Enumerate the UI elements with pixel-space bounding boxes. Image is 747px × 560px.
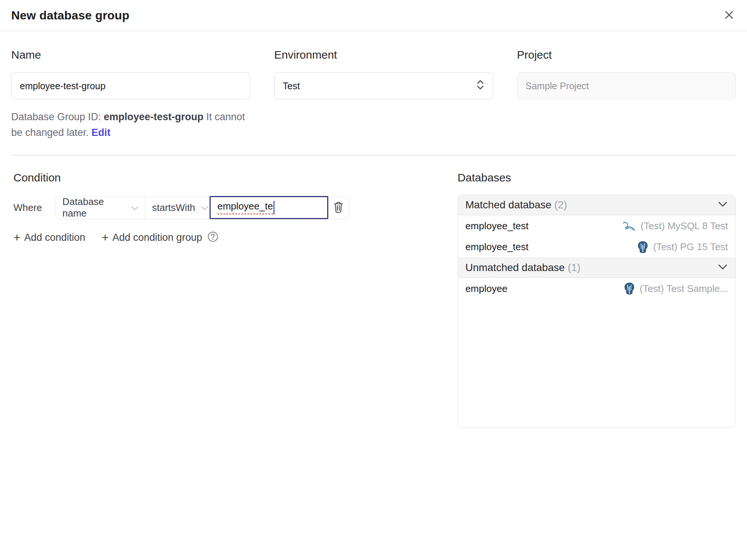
database-group-id-hint: Database Group ID: employee-test-group I… [11,109,250,140]
condition-group: Database name startsWith employee_te [55,196,349,219]
databases-panel: Matched database (2) employee_test (Test… [458,195,736,428]
unmatched-database-title: Unmatched database (1) [465,262,580,274]
operator-select[interactable]: startsWith [145,196,210,219]
project-input: Sample Project [517,72,736,99]
matched-database-title: Matched database (2) [465,199,567,211]
plus-icon: + [13,231,21,243]
factor-select[interactable]: Database name [56,196,145,219]
environment-selected-value: Test [283,81,300,91]
project-field-group: Project Sample Project [517,49,736,140]
help-icon[interactable] [207,231,218,244]
database-name: employee_test [465,241,529,253]
name-input[interactable] [11,72,250,99]
database-name: employee [465,283,508,295]
database-row[interactable]: employee (Test) Test Sample... [458,278,735,299]
unmatched-database-label: Unmatched database [465,262,565,273]
matched-database-header[interactable]: Matched database (2) [458,195,735,215]
id-hint-value: employee-test-group [104,111,204,122]
add-condition-group-label: Add condition group [112,232,202,243]
updown-chevron-icon [475,79,485,93]
chevron-down-icon [201,202,209,214]
database-row[interactable]: employee_test (Test) MySQL 8 Test [458,215,735,236]
project-value: Sample Project [526,81,589,91]
chevron-down-icon [717,201,728,209]
chevron-down-icon [131,202,139,214]
plus-icon: + [102,231,109,243]
id-hint-prefix: Database Group ID: [11,111,104,122]
name-field-group: Name Database Group ID: employee-test-gr… [11,49,250,140]
database-instance: (Test) Test Sample... [623,282,728,295]
environment-select[interactable]: Test [274,72,493,99]
environment-field-group: Environment Test [274,49,493,140]
matched-database-label: Matched database [465,199,551,211]
unmatched-database-rows: employee (Test) Test Sample... [458,277,735,299]
databases-section: Databases Matched database (2) employee_… [458,171,736,428]
database-row[interactable]: employee_test (Test) PG 15 Test [458,236,735,258]
unmatched-database-count: (1) [568,262,580,273]
dialog-header: New database group [0,0,747,31]
close-icon [722,8,736,23]
unmatched-database-header[interactable]: Unmatched database (1) [458,258,735,277]
close-button[interactable] [722,8,736,23]
database-instance-label: (Test) Test Sample... [640,283,728,295]
database-instance: (Test) PG 15 Test [637,241,728,253]
condition-value-input[interactable]: employee_te [210,196,328,219]
database-instance-label: (Test) MySQL 8 Test [641,220,728,232]
project-label: Project [517,49,736,61]
section-divider [11,155,736,156]
condition-heading: Condition [13,171,351,184]
name-label: Name [11,49,250,61]
databases-heading: Databases [458,171,736,184]
form-grid: Name Database Group ID: employee-test-gr… [11,49,736,140]
text-cursor [273,201,275,214]
condition-value-text: employee_te [217,200,273,215]
where-label: Where [13,202,55,214]
edit-id-link[interactable]: Edit [92,127,111,138]
add-condition-group-button[interactable]: + Add condition group [102,231,202,243]
database-name: employee_test [465,220,529,232]
postgres-icon [623,282,635,295]
environment-label: Environment [274,49,493,61]
page-title: New database group [11,9,130,22]
factor-selected-value: Database name [62,196,125,219]
condition-actions: + Add condition + Add condition group [13,231,351,244]
matched-database-count: (2) [554,199,567,211]
add-condition-label: Add condition [24,232,86,243]
condition-section: Condition Where Database name startsWith [13,171,351,428]
mysql-icon [622,220,636,231]
condition-row: Where Database name startsWith [13,196,351,219]
operator-selected-value: startsWith [152,202,195,214]
database-instance-label: (Test) PG 15 Test [653,241,728,253]
add-condition-button[interactable]: + Add condition [13,231,85,243]
trash-icon [332,201,344,215]
database-instance: (Test) MySQL 8 Test [622,220,728,232]
delete-condition-button[interactable] [328,196,348,219]
matched-database-rows: employee_test (Test) MySQL 8 Test employ… [458,215,735,258]
postgres-icon [637,241,649,253]
chevron-down-icon [717,264,728,271]
